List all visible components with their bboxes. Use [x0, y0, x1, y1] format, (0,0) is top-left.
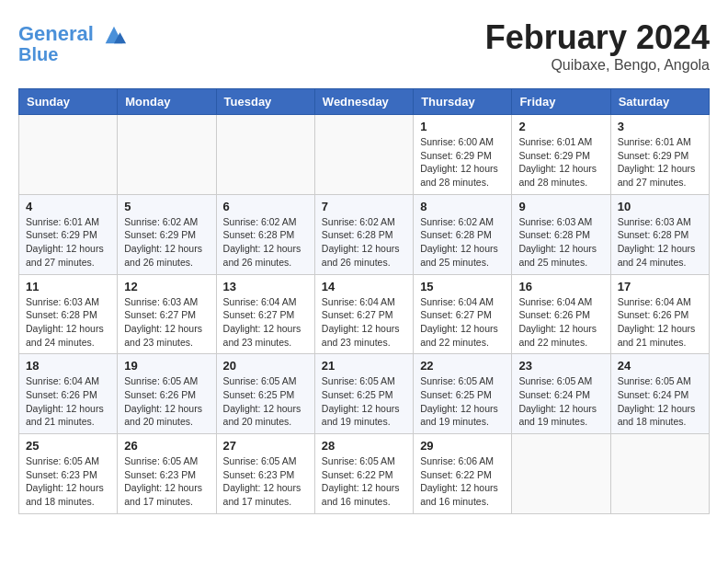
calendar-cell: 13Sunrise: 6:04 AMSunset: 6:27 PMDayligh… — [216, 274, 314, 354]
day-info: Sunrise: 6:05 AMSunset: 6:26 PMDaylight:… — [124, 374, 209, 429]
calendar-cell: 23Sunrise: 6:05 AMSunset: 6:24 PMDayligh… — [512, 354, 610, 434]
day-info: Sunrise: 6:05 AMSunset: 6:25 PMDaylight:… — [420, 374, 505, 429]
day-info: Sunrise: 6:00 AMSunset: 6:29 PMDaylight:… — [420, 135, 505, 190]
weekday-header-thursday: Thursday — [414, 89, 512, 115]
day-number: 18 — [26, 359, 110, 373]
day-info: Sunrise: 6:04 AMSunset: 6:26 PMDaylight:… — [26, 374, 110, 429]
calendar-table: SundayMondayTuesdayWednesdayThursdayFrid… — [18, 88, 710, 514]
day-info: Sunrise: 6:05 AMSunset: 6:25 PMDaylight:… — [322, 374, 406, 429]
day-info: Sunrise: 6:05 AMSunset: 6:25 PMDaylight:… — [223, 374, 308, 429]
calendar-cell — [314, 115, 413, 195]
day-number: 4 — [26, 200, 110, 213]
calendar-cell: 16Sunrise: 6:04 AMSunset: 6:26 PMDayligh… — [512, 274, 610, 354]
day-number: 7 — [322, 200, 406, 213]
day-info: Sunrise: 6:04 AMSunset: 6:27 PMDaylight:… — [322, 295, 406, 350]
calendar-cell: 7Sunrise: 6:02 AMSunset: 6:28 PMDaylight… — [314, 194, 413, 274]
calendar-cell — [216, 115, 314, 195]
calendar-cell: 9Sunrise: 6:03 AMSunset: 6:28 PMDaylight… — [512, 194, 610, 274]
day-info: Sunrise: 6:01 AMSunset: 6:29 PMDaylight:… — [518, 135, 603, 190]
calendar-cell: 8Sunrise: 6:02 AMSunset: 6:28 PMDaylight… — [414, 194, 512, 274]
calendar-cell: 15Sunrise: 6:04 AMSunset: 6:27 PMDayligh… — [414, 274, 512, 354]
day-info: Sunrise: 6:05 AMSunset: 6:22 PMDaylight:… — [322, 454, 406, 509]
calendar-week-row: 11Sunrise: 6:03 AMSunset: 6:28 PMDayligh… — [19, 274, 710, 354]
day-info: Sunrise: 6:05 AMSunset: 6:24 PMDaylight:… — [518, 374, 603, 429]
weekday-header-saturday: Saturday — [610, 89, 709, 115]
calendar-cell: 3Sunrise: 6:01 AMSunset: 6:29 PMDaylight… — [610, 115, 709, 195]
day-info: Sunrise: 6:05 AMSunset: 6:23 PMDaylight:… — [26, 454, 110, 509]
calendar-cell — [118, 115, 216, 195]
day-number: 29 — [420, 439, 505, 453]
day-info: Sunrise: 6:05 AMSunset: 6:23 PMDaylight:… — [124, 454, 209, 509]
calendar-cell: 24Sunrise: 6:05 AMSunset: 6:24 PMDayligh… — [610, 354, 709, 434]
day-number: 1 — [420, 120, 505, 133]
calendar-week-row: 4Sunrise: 6:01 AMSunset: 6:29 PMDaylight… — [19, 194, 710, 274]
calendar-cell: 20Sunrise: 6:05 AMSunset: 6:25 PMDayligh… — [216, 354, 314, 434]
calendar-cell: 19Sunrise: 6:05 AMSunset: 6:26 PMDayligh… — [118, 354, 216, 434]
calendar-cell: 10Sunrise: 6:03 AMSunset: 6:28 PMDayligh… — [610, 194, 709, 274]
day-number: 27 — [223, 439, 308, 453]
day-info: Sunrise: 6:03 AMSunset: 6:28 PMDaylight:… — [618, 215, 702, 270]
calendar-cell: 27Sunrise: 6:05 AMSunset: 6:23 PMDayligh… — [216, 434, 314, 514]
calendar-week-row: 25Sunrise: 6:05 AMSunset: 6:23 PMDayligh… — [19, 434, 710, 514]
day-number: 20 — [223, 359, 308, 373]
day-number: 2 — [518, 120, 603, 133]
weekday-header-wednesday: Wednesday — [314, 89, 413, 115]
calendar-cell: 1Sunrise: 6:00 AMSunset: 6:29 PMDaylight… — [414, 115, 512, 195]
calendar-subtitle: Quibaxe, Bengo, Angola — [485, 57, 710, 74]
calendar-cell: 21Sunrise: 6:05 AMSunset: 6:25 PMDayligh… — [314, 354, 413, 434]
calendar-cell: 11Sunrise: 6:03 AMSunset: 6:28 PMDayligh… — [19, 274, 118, 354]
day-number: 23 — [518, 359, 603, 373]
day-info: Sunrise: 6:03 AMSunset: 6:28 PMDaylight:… — [26, 295, 110, 350]
day-info: Sunrise: 6:03 AMSunset: 6:27 PMDaylight:… — [124, 295, 209, 350]
calendar-cell: 26Sunrise: 6:05 AMSunset: 6:23 PMDayligh… — [118, 434, 216, 514]
calendar-week-row: 1Sunrise: 6:00 AMSunset: 6:29 PMDaylight… — [19, 115, 710, 195]
calendar-cell: 28Sunrise: 6:05 AMSunset: 6:22 PMDayligh… — [314, 434, 413, 514]
weekday-header-tuesday: Tuesday — [216, 89, 314, 115]
weekday-header-friday: Friday — [512, 89, 610, 115]
calendar-cell: 14Sunrise: 6:04 AMSunset: 6:27 PMDayligh… — [314, 274, 413, 354]
day-number: 6 — [223, 200, 308, 213]
weekday-header-sunday: Sunday — [19, 89, 118, 115]
calendar-cell: 18Sunrise: 6:04 AMSunset: 6:26 PMDayligh… — [19, 354, 118, 434]
logo: General Blue — [18, 22, 127, 64]
day-number: 5 — [124, 200, 209, 213]
day-number: 10 — [618, 200, 702, 213]
day-info: Sunrise: 6:04 AMSunset: 6:27 PMDaylight:… — [420, 295, 505, 350]
day-number: 16 — [518, 280, 603, 293]
day-info: Sunrise: 6:04 AMSunset: 6:27 PMDaylight:… — [223, 295, 308, 350]
logo-general: General — [18, 22, 94, 45]
day-info: Sunrise: 6:01 AMSunset: 6:29 PMDaylight:… — [26, 215, 110, 270]
day-number: 8 — [420, 200, 505, 213]
day-number: 26 — [124, 439, 209, 453]
day-info: Sunrise: 6:01 AMSunset: 6:29 PMDaylight:… — [618, 135, 702, 190]
day-number: 9 — [518, 200, 603, 213]
day-number: 19 — [124, 359, 209, 373]
day-number: 22 — [420, 359, 505, 373]
day-info: Sunrise: 6:04 AMSunset: 6:26 PMDaylight:… — [518, 295, 603, 350]
calendar-cell: 22Sunrise: 6:05 AMSunset: 6:25 PMDayligh… — [414, 354, 512, 434]
day-info: Sunrise: 6:02 AMSunset: 6:28 PMDaylight:… — [420, 215, 505, 270]
calendar-cell: 25Sunrise: 6:05 AMSunset: 6:23 PMDayligh… — [19, 434, 118, 514]
calendar-cell: 4Sunrise: 6:01 AMSunset: 6:29 PMDaylight… — [19, 194, 118, 274]
day-info: Sunrise: 6:02 AMSunset: 6:28 PMDaylight:… — [322, 215, 406, 270]
day-number: 13 — [223, 280, 308, 293]
day-info: Sunrise: 6:02 AMSunset: 6:28 PMDaylight:… — [223, 215, 308, 270]
day-info: Sunrise: 6:05 AMSunset: 6:24 PMDaylight:… — [618, 374, 702, 429]
day-info: Sunrise: 6:05 AMSunset: 6:23 PMDaylight:… — [223, 454, 308, 509]
day-number: 14 — [322, 280, 406, 293]
logo-icon — [101, 22, 127, 48]
calendar-cell: 6Sunrise: 6:02 AMSunset: 6:28 PMDaylight… — [216, 194, 314, 274]
day-number: 15 — [420, 280, 505, 293]
calendar-cell: 12Sunrise: 6:03 AMSunset: 6:27 PMDayligh… — [118, 274, 216, 354]
day-number: 12 — [124, 280, 209, 293]
page-header: General Blue February 2024 Quibaxe, Beng… — [18, 18, 710, 74]
day-info: Sunrise: 6:02 AMSunset: 6:29 PMDaylight:… — [124, 215, 209, 270]
calendar-cell: 2Sunrise: 6:01 AMSunset: 6:29 PMDaylight… — [512, 115, 610, 195]
title-block: February 2024 Quibaxe, Bengo, Angola — [485, 18, 710, 74]
calendar-cell: 17Sunrise: 6:04 AMSunset: 6:26 PMDayligh… — [610, 274, 709, 354]
day-info: Sunrise: 6:03 AMSunset: 6:28 PMDaylight:… — [518, 215, 603, 270]
day-number: 21 — [322, 359, 406, 373]
weekday-header-monday: Monday — [118, 89, 216, 115]
calendar-week-row: 18Sunrise: 6:04 AMSunset: 6:26 PMDayligh… — [19, 354, 710, 434]
day-number: 28 — [322, 439, 406, 453]
